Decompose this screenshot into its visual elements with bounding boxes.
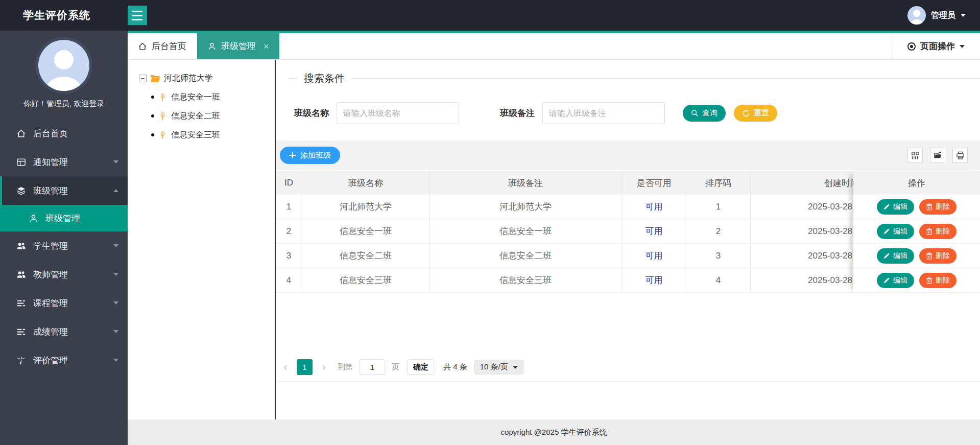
chevron-up-icon — [113, 189, 118, 192]
query-button[interactable]: 查询 — [683, 105, 726, 122]
leaf-icon — [159, 112, 166, 121]
toggle-columns-button[interactable] — [907, 148, 923, 163]
chevron-down-icon — [113, 359, 118, 362]
delete-button[interactable]: 删除 — [919, 224, 957, 239]
search-legend: 搜索条件 — [289, 72, 980, 85]
chevron-down-icon — [113, 330, 118, 333]
print-icon — [956, 151, 965, 160]
app-title: 学生评价系统 — [0, 8, 128, 22]
sidebar-item-evaluation[interactable]: 评价管理 — [0, 346, 128, 374]
col-header-sort[interactable]: 排序码 — [686, 171, 751, 195]
next-page-button[interactable]: › — [319, 362, 328, 373]
col-header-operations: 操作 — [853, 171, 980, 195]
total-count: 共 4 条 — [443, 362, 467, 372]
sidebar-subitem-class-management[interactable]: 班级管理 — [0, 205, 128, 231]
col-header-available[interactable]: 是否可用 — [622, 171, 686, 195]
add-class-button[interactable]: 添加班级 — [280, 147, 340, 164]
delete-button[interactable]: 删除 — [919, 248, 957, 264]
users-icon — [16, 241, 26, 251]
list-icon — [16, 298, 26, 308]
available-link[interactable]: 可用 — [622, 195, 686, 219]
search-icon — [691, 109, 699, 117]
sidebar-item-dashboard[interactable]: 后台首页 — [0, 119, 128, 148]
pencil-icon — [883, 228, 890, 235]
row-operations: 编辑 — [853, 244, 980, 268]
prev-page-button[interactable]: ‹ — [281, 362, 290, 373]
tree-node-root[interactable]: 河北师范大学 — [128, 69, 275, 87]
chevron-down-icon — [113, 301, 118, 305]
available-link[interactable]: 可用 — [622, 219, 686, 243]
delete-button[interactable]: 删除 — [919, 199, 957, 215]
row-operations: 编辑 — [853, 195, 980, 219]
plus-icon — [289, 152, 296, 159]
tab-class-management[interactable]: 班级管理 × — [197, 33, 280, 59]
edit-button[interactable]: 编辑 — [877, 248, 914, 264]
current-page-button[interactable]: 1 — [297, 359, 313, 375]
leaf-icon — [159, 131, 166, 139]
col-header-name[interactable]: 班级名称 — [302, 171, 429, 195]
footer: copyright @2025 学生评价系统 — [128, 419, 980, 445]
pencil-icon — [883, 203, 890, 210]
page-size-select[interactable]: 10 条/页 — [474, 360, 523, 374]
edit-button[interactable]: 编辑 — [877, 273, 914, 288]
pencil-icon — [883, 252, 890, 259]
home-icon — [138, 42, 147, 51]
users-icon — [16, 270, 26, 279]
sidebar-item-students[interactable]: 学生管理 — [0, 231, 128, 260]
class-note-label: 班级备注 — [500, 107, 535, 119]
chevron-down-icon — [961, 14, 966, 17]
collapse-icon[interactable] — [139, 75, 147, 82]
tree-node-class[interactable]: 信息安全一班 — [128, 88, 275, 106]
person-icon — [29, 214, 38, 223]
row-operations: 编辑 — [853, 268, 980, 293]
available-link[interactable]: 可用 — [622, 268, 686, 292]
list-icon — [16, 327, 26, 337]
edit-button[interactable]: 编辑 — [877, 199, 914, 215]
sidebar-toggle-button[interactable] — [128, 6, 147, 25]
sidebar-item-grades[interactable]: 成绩管理 — [0, 317, 128, 346]
sidebar-menu: 后台首页 通知管理 — [0, 119, 128, 374]
trash-icon — [926, 252, 933, 260]
tree-node-class[interactable]: 信息安全二班 — [128, 107, 275, 125]
pagination: ‹ 1 › 到第 页 确定 共 4 条 10 条/页 — [281, 359, 980, 375]
pencil-icon — [883, 277, 890, 284]
col-header-id[interactable]: ID — [276, 171, 302, 195]
goto-confirm-button[interactable]: 确定 — [408, 359, 434, 375]
main-content: 搜索条件 班级名称 班级备注 查询 — [276, 60, 980, 419]
tree-node-class[interactable]: 信息安全三班 — [128, 126, 275, 144]
print-button[interactable] — [952, 148, 968, 163]
sidebar-item-notice[interactable]: 通知管理 — [0, 148, 128, 176]
user-name: 管理员 — [931, 10, 955, 21]
page-operations-dropdown[interactable]: 页面操作 — [892, 40, 980, 52]
class-name-label: 班级名称 — [294, 107, 329, 119]
person-icon — [207, 42, 217, 51]
chevron-down-icon — [113, 244, 118, 247]
reset-button[interactable]: 重置 — [734, 105, 777, 122]
close-icon[interactable]: × — [264, 42, 269, 51]
class-name-input[interactable] — [337, 102, 459, 124]
leaf-icon — [159, 93, 166, 102]
delete-button[interactable]: 删除 — [919, 273, 957, 288]
trash-icon — [926, 277, 933, 284]
trash-icon — [926, 228, 933, 235]
sidebar-item-class-management[interactable]: 班级管理 — [0, 176, 128, 205]
user-menu[interactable]: 管理员 — [907, 6, 980, 25]
sidebar-item-courses[interactable]: 课程管理 — [0, 289, 128, 317]
export-button[interactable] — [930, 148, 945, 163]
sidebar: 你好！管理员, 欢迎登录 后台首页 通知管理 — [0, 31, 128, 445]
class-note-input[interactable] — [542, 102, 665, 124]
app-root: 学生评价系统 管理员 你好！管理员, 欢迎登录 — [0, 0, 980, 445]
layers-icon — [16, 186, 26, 196]
sidebar-item-teachers[interactable]: 教师管理 — [0, 260, 128, 289]
operations-column: 操作 编辑 — [853, 171, 980, 293]
table-container: 添加班级 — [276, 140, 980, 382]
bullet-icon — [151, 114, 154, 118]
tab-home[interactable]: 后台首页 — [128, 33, 197, 59]
goto-page-input[interactable] — [360, 359, 385, 375]
available-link[interactable]: 可用 — [622, 244, 686, 268]
col-header-note[interactable]: 班级备注 — [429, 171, 622, 195]
top-header: 学生评价系统 管理员 — [0, 0, 980, 31]
search-form: 班级名称 班级备注 查询 — [294, 102, 980, 124]
chevron-down-icon — [113, 273, 118, 276]
edit-button[interactable]: 编辑 — [877, 224, 914, 239]
